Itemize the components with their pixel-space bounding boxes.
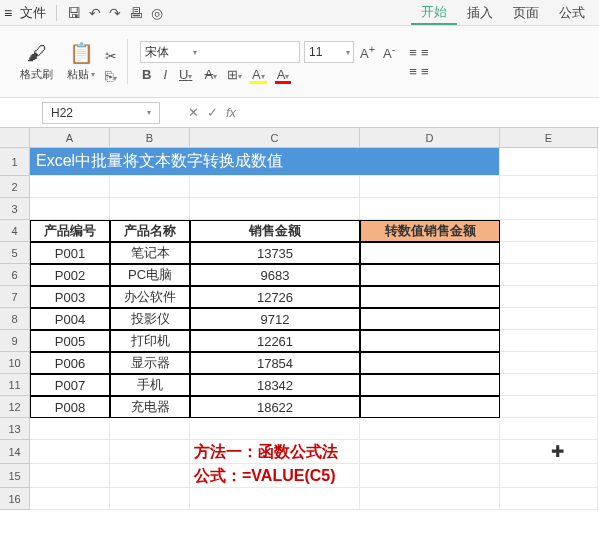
row-header-7[interactable]: 7 xyxy=(0,286,30,308)
cell-E15[interactable] xyxy=(500,464,598,488)
redo-icon[interactable]: ↷ xyxy=(109,5,121,21)
title-cell[interactable]: Excel中批量将文本数字转换成数值 xyxy=(30,148,500,176)
cell-numeric-amount[interactable] xyxy=(360,352,500,374)
cell-product-name[interactable]: 笔记本 xyxy=(110,242,190,264)
spreadsheet-grid[interactable]: ABCDE 12345678910111213141516 Excel中批量将文… xyxy=(0,128,599,545)
cell-A16[interactable] xyxy=(30,488,110,510)
cell-D2[interactable] xyxy=(360,176,500,198)
align-center-icon[interactable]: ≡ xyxy=(421,64,429,79)
align-middle-icon[interactable]: ≡ xyxy=(421,45,429,60)
cell-B2[interactable] xyxy=(110,176,190,198)
font-size-select[interactable]: 11▾ xyxy=(304,41,354,63)
border-button[interactable]: ⊞▾ xyxy=(227,67,242,82)
row-header-5[interactable]: 5 xyxy=(0,242,30,264)
cell-A14[interactable] xyxy=(30,440,110,464)
cell-product-id[interactable]: P007 xyxy=(30,374,110,396)
cell-numeric-amount[interactable] xyxy=(360,308,500,330)
row-header-2[interactable]: 2 xyxy=(0,176,30,198)
row-header-10[interactable]: 10 xyxy=(0,352,30,374)
tab-home[interactable]: 开始 xyxy=(411,0,457,25)
cell-D13[interactable] xyxy=(360,418,500,440)
header-numeric-amount[interactable]: 转数值销售金额 xyxy=(360,220,500,242)
cell-E11[interactable] xyxy=(500,374,598,396)
row-header-1[interactable]: 1 xyxy=(0,148,30,176)
cell-C3[interactable] xyxy=(190,198,360,220)
cell-C16[interactable] xyxy=(190,488,360,510)
cell-E9[interactable] xyxy=(500,330,598,352)
cell-product-id[interactable]: P004 xyxy=(30,308,110,330)
cell-E14[interactable] xyxy=(500,440,598,464)
cell-product-name[interactable]: 显示器 xyxy=(110,352,190,374)
cell-sales-amount[interactable]: 12261 xyxy=(190,330,360,352)
bold-button[interactable]: B xyxy=(140,67,153,82)
cell-sales-amount[interactable]: 9683 xyxy=(190,264,360,286)
undo-icon[interactable]: ↶ xyxy=(89,5,101,21)
row-header-16[interactable]: 16 xyxy=(0,488,30,510)
cell-sales-amount[interactable]: 18342 xyxy=(190,374,360,396)
cell-E16[interactable] xyxy=(500,488,598,510)
cell-A13[interactable] xyxy=(30,418,110,440)
header-product-name[interactable]: 产品名称 xyxy=(110,220,190,242)
cell-E1[interactable] xyxy=(500,148,598,176)
preview-icon[interactable]: ◎ xyxy=(151,5,163,21)
cell-product-name[interactable]: 办公软件 xyxy=(110,286,190,308)
col-header-B[interactable]: B xyxy=(110,128,190,148)
confirm-icon[interactable]: ✓ xyxy=(207,105,218,120)
cell-E10[interactable] xyxy=(500,352,598,374)
italic-button[interactable]: I xyxy=(161,67,169,82)
select-all-corner[interactable] xyxy=(0,128,30,148)
row-header-6[interactable]: 6 xyxy=(0,264,30,286)
cell-sales-amount[interactable]: 18622 xyxy=(190,396,360,418)
fx-label[interactable]: fx xyxy=(226,105,236,120)
tab-insert[interactable]: 插入 xyxy=(457,0,503,25)
cell-E12[interactable] xyxy=(500,396,598,418)
cell-B16[interactable] xyxy=(110,488,190,510)
cell-C2[interactable] xyxy=(190,176,360,198)
cell-E7[interactable] xyxy=(500,286,598,308)
col-header-E[interactable]: E xyxy=(500,128,598,148)
cell-B3[interactable] xyxy=(110,198,190,220)
copy-icon[interactable]: ⎘▾ xyxy=(105,68,117,84)
cell-E13[interactable] xyxy=(500,418,598,440)
cell-A15[interactable] xyxy=(30,464,110,488)
cell-product-name[interactable]: 手机 xyxy=(110,374,190,396)
file-menu[interactable]: 文件 xyxy=(20,4,46,22)
cell-numeric-amount[interactable] xyxy=(360,242,500,264)
cell-B14[interactable] xyxy=(110,440,190,464)
cut-icon[interactable]: ✂ xyxy=(105,48,117,64)
cell-product-id[interactable]: P001 xyxy=(30,242,110,264)
cell-E6[interactable] xyxy=(500,264,598,286)
print-icon[interactable]: 🖶 xyxy=(129,5,143,21)
format-painter-button[interactable]: 🖌 格式刷 xyxy=(16,40,57,84)
row-header-4[interactable]: 4 xyxy=(0,220,30,242)
paste-button[interactable]: 📋 粘贴▾ xyxy=(63,39,99,84)
method-line-2[interactable]: 公式：=VALUE(C5) xyxy=(190,464,500,488)
cell-product-name[interactable]: PC电脑 xyxy=(110,264,190,286)
cell-product-id[interactable]: P008 xyxy=(30,396,110,418)
row-header-11[interactable]: 11 xyxy=(0,374,30,396)
cell-numeric-amount[interactable] xyxy=(360,330,500,352)
cell-C13[interactable] xyxy=(190,418,360,440)
cell-numeric-amount[interactable] xyxy=(360,396,500,418)
font-name-select[interactable]: 宋体▾ xyxy=(140,41,300,63)
header-product-id[interactable]: 产品编号 xyxy=(30,220,110,242)
cell-E4[interactable] xyxy=(500,220,598,242)
cell-product-name[interactable]: 投影仪 xyxy=(110,308,190,330)
cell-numeric-amount[interactable] xyxy=(360,286,500,308)
hamburger-icon[interactable]: ≡ xyxy=(4,5,12,21)
cell-sales-amount[interactable]: 13735 xyxy=(190,242,360,264)
cell-sales-amount[interactable]: 9712 xyxy=(190,308,360,330)
tab-formula[interactable]: 公式 xyxy=(549,0,595,25)
col-header-D[interactable]: D xyxy=(360,128,500,148)
tab-page[interactable]: 页面 xyxy=(503,0,549,25)
col-header-C[interactable]: C xyxy=(190,128,360,148)
row-header-15[interactable]: 15 xyxy=(0,464,30,488)
shrink-font-button[interactable]: A- xyxy=(381,43,397,61)
cell-product-id[interactable]: P002 xyxy=(30,264,110,286)
cell-E3[interactable] xyxy=(500,198,598,220)
col-header-A[interactable]: A xyxy=(30,128,110,148)
font-color-button[interactable]: A▾ xyxy=(275,67,292,82)
highlight-button[interactable]: A▾ xyxy=(250,67,267,82)
cell-E8[interactable] xyxy=(500,308,598,330)
cell-numeric-amount[interactable] xyxy=(360,264,500,286)
